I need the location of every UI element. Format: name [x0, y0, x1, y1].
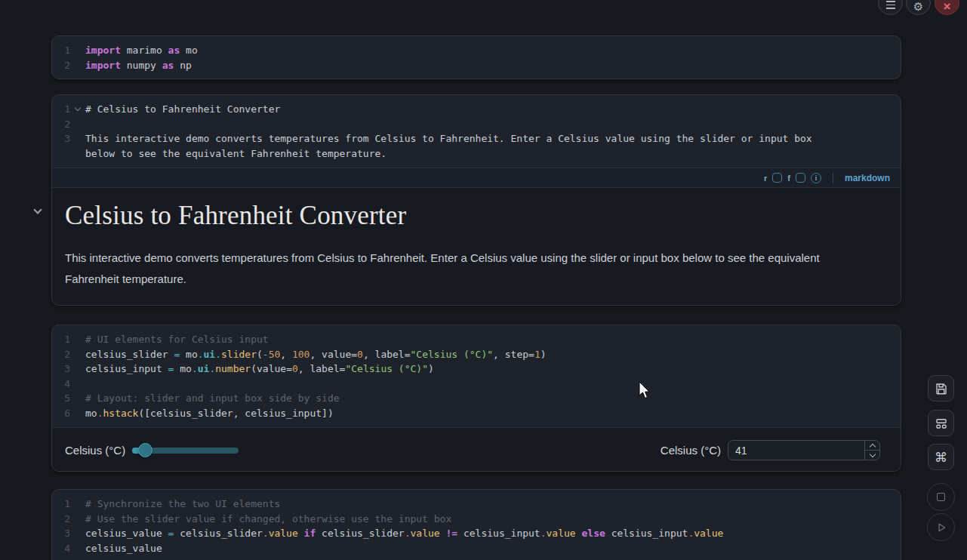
- code-text: This interactive demo converts temperatu…: [85, 131, 840, 161]
- fold-spacer: [70, 406, 85, 421]
- layout-panel-button[interactable]: [928, 410, 954, 436]
- fold-spacer: [70, 526, 85, 541]
- r-checkbox-icon[interactable]: [772, 173, 782, 183]
- markdown-output: Celsius to Fahrenheit Converter This int…: [52, 187, 901, 306]
- code-text: import marimo as mo: [85, 43, 198, 58]
- fold-chevron-icon[interactable]: [70, 102, 85, 117]
- number-spinner: [864, 441, 879, 460]
- line-number: 1: [52, 43, 70, 58]
- number-input-box: [728, 440, 880, 460]
- close-button[interactable]: ×: [935, 0, 959, 15]
- fold-spacer: [70, 512, 85, 527]
- line-number: 2: [52, 117, 70, 132]
- code-line[interactable]: 1# Celsius to Fahrenheit Converter: [52, 102, 901, 117]
- fold-spacer: [70, 58, 85, 73]
- markdown-paragraph: This interactive demo converts temperatu…: [65, 248, 839, 290]
- code-text: # Layout: slider and input box side by s…: [85, 391, 340, 406]
- hamburger-menu-icon: [886, 1, 895, 9]
- fold-spacer: [70, 497, 85, 512]
- code-text: # Use the slider value if changed, other…: [85, 512, 451, 527]
- code-line[interactable]: 2import numpy as np: [52, 58, 901, 73]
- celsius-slider[interactable]: [132, 443, 239, 457]
- line-number: 4: [52, 541, 70, 556]
- number-input-label: Celsius (°C): [661, 444, 721, 457]
- code-cell-ui-elements[interactable]: 1# UI elements for Celsius input2celsius…: [51, 325, 901, 472]
- line-number: 5: [52, 391, 70, 406]
- marimo-notebook: { "topbar": { "menu_icon": "hamburger-me…: [0, 0, 967, 560]
- keyboard-shortcuts-button[interactable]: ⌘: [928, 444, 954, 470]
- hstack-output: Celsius (°C) Celsius (°C): [52, 427, 901, 472]
- code-text: import numpy as np: [85, 58, 192, 73]
- toolbar-divider: [833, 173, 833, 183]
- collapse-section-button[interactable]: [32, 205, 44, 217]
- panel-layout-icon: [935, 417, 948, 430]
- spinner-up-button[interactable]: [865, 441, 879, 450]
- code-line[interactable]: 3celsius_value = celsius_slider.value if…: [52, 526, 901, 541]
- fold-spacer: [70, 362, 85, 377]
- slider-thumb[interactable]: [138, 443, 152, 457]
- line-number: 3: [52, 526, 70, 541]
- line-number: 1: [52, 102, 70, 117]
- line-number: 4: [52, 377, 70, 392]
- code-cell-sync[interactable]: 1# Synchronize the two UI elements2# Use…: [51, 489, 901, 560]
- code-text: celsius_value: [85, 541, 162, 556]
- line-number: 2: [52, 512, 70, 527]
- fold-spacer: [70, 347, 85, 362]
- celsius-number-input[interactable]: [728, 440, 880, 460]
- menu-button[interactable]: [878, 0, 903, 15]
- code-line[interactable]: 2celsius_slider = mo.ui.slider(-50, 100,…: [52, 347, 901, 362]
- code-text: mo.hstack([celsius_slider, celsius_input…: [85, 406, 334, 421]
- code-line[interactable]: 5# Layout: slider and input box side by …: [52, 391, 901, 406]
- language-badge[interactable]: markdown: [845, 173, 890, 183]
- fold-spacer: [70, 43, 85, 58]
- spinner-down-button[interactable]: [865, 450, 879, 460]
- code-line[interactable]: 1import marimo as mo: [52, 43, 901, 58]
- number-input-group: Celsius (°C): [661, 440, 880, 460]
- code-text: # Synchronize the two UI elements: [85, 497, 280, 512]
- code-text: celsius_input = mo.ui.number(value=0, la…: [85, 362, 434, 377]
- chevron-down-icon: [869, 451, 875, 457]
- markdown-toolbar: r f markdown: [52, 168, 901, 187]
- line-number: 3: [52, 131, 70, 146]
- slider-group: Celsius (°C): [65, 443, 239, 457]
- code-text: celsius_slider = mo.ui.slider(-50, 100, …: [85, 347, 547, 362]
- code-line[interactable]: 1# Synchronize the two UI elements: [52, 497, 901, 512]
- settings-button[interactable]: ⚙: [906, 0, 931, 15]
- play-icon: [936, 522, 947, 533]
- code-line[interactable]: 3This interactive demo converts temperat…: [52, 131, 901, 161]
- code-text: # Celsius to Fahrenheit Converter: [85, 102, 280, 117]
- line-number: 3: [52, 362, 70, 377]
- line-number: 2: [52, 58, 70, 73]
- toolbar-r-label: r: [764, 174, 767, 183]
- stop-icon: [937, 493, 945, 501]
- code-line[interactable]: 4: [52, 377, 901, 392]
- close-icon: ×: [944, 0, 951, 14]
- f-checkbox-icon[interactable]: [796, 173, 805, 183]
- code-cell-markdown[interactable]: 1# Celsius to Fahrenheit Converter23This…: [51, 94, 901, 306]
- code-editor[interactable]: 1# Celsius to Fahrenheit Converter23This…: [52, 95, 901, 168]
- line-number: 1: [52, 497, 70, 512]
- slider-label: Celsius (°C): [65, 444, 125, 457]
- code-line[interactable]: 2: [52, 117, 901, 132]
- chevron-up-icon: [869, 443, 875, 449]
- code-line[interactable]: 2# Use the slider value if changed, othe…: [52, 512, 901, 527]
- code-line[interactable]: 3celsius_input = mo.ui.number(value=0, l…: [52, 362, 901, 377]
- info-icon[interactable]: [811, 173, 821, 183]
- command-icon: ⌘: [935, 450, 947, 465]
- code-line[interactable]: 4celsius_value: [52, 541, 901, 556]
- code-editor[interactable]: 1# UI elements for Celsius input2celsius…: [52, 325, 901, 427]
- code-editor[interactable]: 1import marimo as mo2import numpy as np: [52, 36, 901, 79]
- save-button[interactable]: [928, 375, 954, 402]
- fold-spacer: [70, 332, 85, 347]
- code-line[interactable]: 6mo.hstack([celsius_slider, celsius_inpu…: [52, 406, 901, 421]
- code-cell-imports[interactable]: 1import marimo as mo2import numpy as np: [51, 35, 901, 79]
- run-button[interactable]: [927, 513, 955, 541]
- stop-button[interactable]: [927, 483, 955, 511]
- line-number: 6: [52, 406, 70, 421]
- line-number: 2: [52, 347, 70, 362]
- gear-icon: ⚙: [913, 0, 923, 14]
- fold-spacer: [70, 391, 85, 406]
- code-editor[interactable]: 1# Synchronize the two UI elements2# Use…: [52, 490, 901, 560]
- fold-spacer: [70, 541, 85, 556]
- code-line[interactable]: 1# UI elements for Celsius input: [52, 332, 901, 347]
